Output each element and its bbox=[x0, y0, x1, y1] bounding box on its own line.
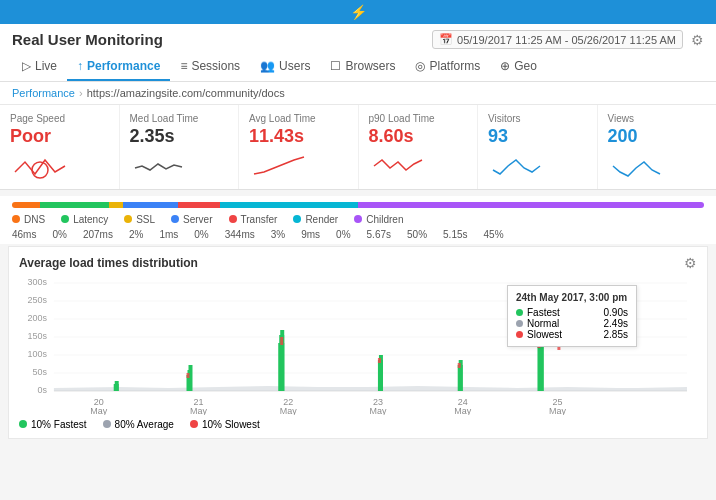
users-icon: 👥 bbox=[260, 59, 275, 73]
chart-header: Average load times distribution ⚙ bbox=[19, 255, 697, 271]
svg-point-0 bbox=[32, 162, 48, 178]
average-legend-label: 80% Average bbox=[115, 419, 174, 430]
tab-browsers-label: Browsers bbox=[345, 59, 395, 73]
latency-dot bbox=[61, 215, 69, 223]
tab-platforms[interactable]: ◎ Platforms bbox=[405, 53, 490, 81]
platforms-icon: ◎ bbox=[415, 59, 425, 73]
lightning-icon: ⚡ bbox=[350, 4, 367, 20]
transfer-label: Transfer bbox=[241, 214, 278, 225]
metrics-row: Page Speed Poor Med Load Time 2.35s Avg … bbox=[0, 105, 716, 190]
transfer-bar bbox=[178, 202, 220, 208]
dns-label: DNS bbox=[24, 214, 45, 225]
legend-slowest: 10% Slowest bbox=[190, 419, 260, 430]
svg-text:200s: 200s bbox=[27, 313, 47, 323]
metric-med-load: Med Load Time 2.35s bbox=[120, 105, 240, 189]
svg-text:May: May bbox=[280, 406, 297, 415]
ssl-bar bbox=[109, 202, 123, 208]
tooltip-normal-value: 2.49s bbox=[604, 318, 628, 329]
metric-page-speed-value: Poor bbox=[10, 126, 51, 148]
metric-page-speed: Page Speed Poor bbox=[0, 105, 120, 189]
metric-med-load-value: 2.35s bbox=[130, 126, 175, 148]
legend-average: 80% Average bbox=[103, 419, 174, 430]
metric-p90-load-value: 8.60s bbox=[369, 126, 414, 148]
progress-bar bbox=[12, 202, 704, 208]
svg-rect-31 bbox=[187, 373, 190, 378]
metric-p90-load-label: p90 Load Time bbox=[369, 113, 435, 124]
browsers-icon: ☐ bbox=[330, 59, 341, 73]
date-range-text: 05/19/2017 11:25 AM - 05/26/2017 11:25 A… bbox=[457, 34, 676, 46]
chart-legend: 10% Fastest 80% Average 10% Slowest bbox=[19, 419, 697, 430]
progress-section: DNS Latency SSL Server Transfer Render C… bbox=[0, 196, 716, 244]
server-dot bbox=[171, 215, 179, 223]
sparkline-avg-load bbox=[249, 152, 309, 183]
date-range[interactable]: 📅 05/19/2017 11:25 AM - 05/26/2017 11:25… bbox=[432, 30, 683, 49]
tab-sessions-label: Sessions bbox=[191, 59, 240, 73]
tooltip-slowest-value: 2.85s bbox=[604, 329, 628, 340]
ssl-label: SSL bbox=[136, 214, 155, 225]
latency-bar bbox=[40, 202, 109, 208]
dns-bar bbox=[12, 202, 40, 208]
sparkline-med-load bbox=[130, 152, 190, 183]
server-label: Server bbox=[183, 214, 212, 225]
metric-med-load-label: Med Load Time bbox=[130, 113, 199, 124]
fastest-dot bbox=[516, 309, 523, 316]
tab-users-label: Users bbox=[279, 59, 310, 73]
children-value: 5.15s bbox=[443, 229, 467, 240]
settings-icon[interactable]: ⚙ bbox=[691, 32, 704, 48]
tooltip-fastest-value: 0.90s bbox=[604, 307, 628, 318]
render-value: 5.67s bbox=[367, 229, 391, 240]
dns-pct: 0% bbox=[52, 229, 66, 240]
breadcrumb-link[interactable]: Performance bbox=[12, 87, 75, 99]
svg-rect-32 bbox=[280, 337, 283, 345]
page-title: Real User Monitoring bbox=[12, 31, 163, 48]
tab-browsers[interactable]: ☐ Browsers bbox=[320, 53, 405, 81]
svg-rect-17 bbox=[115, 381, 119, 391]
svg-text:May: May bbox=[90, 406, 107, 415]
render-pct: 50% bbox=[407, 229, 427, 240]
metric-avg-load: Avg Load Time 11.43s bbox=[239, 105, 359, 189]
header-top: Real User Monitoring 📅 05/19/2017 11:25 … bbox=[12, 30, 704, 49]
sparkline-p90-load bbox=[369, 152, 429, 183]
slowest-legend-dot bbox=[190, 420, 198, 428]
ssl-pct: 0% bbox=[194, 229, 208, 240]
breadcrumb-current: https://amazingsite.com/community/docs bbox=[87, 87, 285, 99]
tab-users[interactable]: 👥 Users bbox=[250, 53, 320, 81]
tooltip-slowest-label: Slowest bbox=[516, 329, 562, 340]
tab-geo[interactable]: ⊕ Geo bbox=[490, 53, 547, 81]
chart-area: 300s 250s 200s 150s 100s 50s 0s bbox=[19, 275, 697, 415]
svg-text:May: May bbox=[369, 406, 386, 415]
latency-label: Latency bbox=[73, 214, 108, 225]
tab-performance[interactable]: ↑ Performance bbox=[67, 53, 170, 81]
chart-section: Average load times distribution ⚙ 300s 2… bbox=[8, 246, 708, 439]
tab-sessions[interactable]: ≡ Sessions bbox=[170, 53, 250, 81]
tab-geo-label: Geo bbox=[514, 59, 537, 73]
chart-settings-icon[interactable]: ⚙ bbox=[684, 255, 697, 271]
svg-text:300s: 300s bbox=[27, 277, 47, 287]
legend-server: Server bbox=[171, 214, 212, 225]
tab-live-label: Live bbox=[35, 59, 57, 73]
sparkline-views bbox=[608, 152, 668, 183]
ssl-dot bbox=[124, 215, 132, 223]
transfer-value: 9ms bbox=[301, 229, 320, 240]
transfer-dot bbox=[229, 215, 237, 223]
server-value: 344ms bbox=[225, 229, 255, 240]
fastest-legend-dot bbox=[19, 420, 27, 428]
legend-fastest: 10% Fastest bbox=[19, 419, 87, 430]
header: Real User Monitoring 📅 05/19/2017 11:25 … bbox=[0, 24, 716, 82]
tab-live[interactable]: ▷ Live bbox=[12, 53, 67, 81]
metric-visitors-value: 93 bbox=[488, 126, 508, 148]
tab-performance-label: Performance bbox=[87, 59, 160, 73]
sparkline-visitors bbox=[488, 152, 548, 183]
slowest-dot bbox=[516, 331, 523, 338]
metric-views-value: 200 bbox=[608, 126, 638, 148]
svg-text:May: May bbox=[549, 406, 566, 415]
breadcrumb-separator: › bbox=[79, 87, 83, 99]
children-bar bbox=[358, 202, 704, 208]
slowest-legend-label: 10% Slowest bbox=[202, 419, 260, 430]
render-dot bbox=[293, 215, 301, 223]
nav-tabs: ▷ Live ↑ Performance ≡ Sessions 👥 Users … bbox=[12, 53, 704, 81]
svg-text:May: May bbox=[454, 406, 471, 415]
metric-avg-load-value: 11.43s bbox=[249, 126, 304, 148]
dns-value: 46ms bbox=[12, 229, 36, 240]
children-pct: 45% bbox=[484, 229, 504, 240]
